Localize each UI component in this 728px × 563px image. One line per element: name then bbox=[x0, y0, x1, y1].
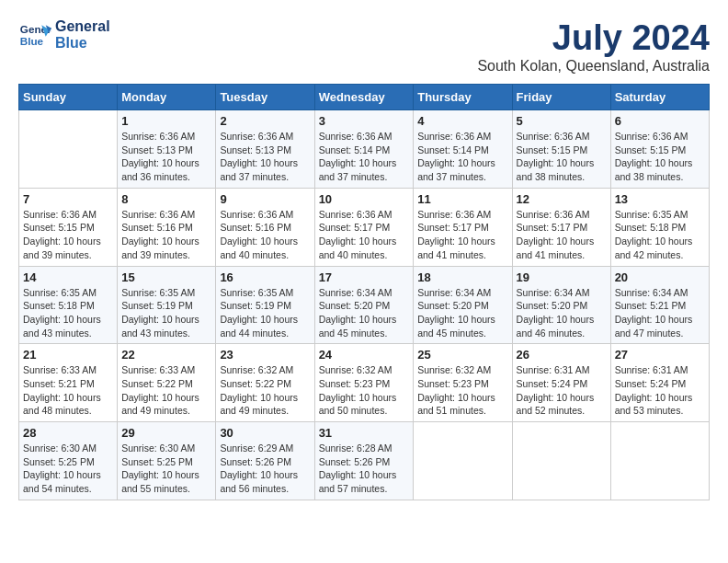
daylight: Daylight: 10 hours and 37 minutes. bbox=[220, 157, 298, 182]
calendar-cell: 22 Sunrise: 6:33 AM Sunset: 5:22 PM Dayl… bbox=[118, 344, 216, 422]
day-info: Sunrise: 6:34 AM Sunset: 5:20 PM Dayligh… bbox=[319, 286, 410, 340]
day-number: 29 bbox=[121, 426, 211, 440]
sunset: Sunset: 5:23 PM bbox=[417, 378, 489, 389]
calendar-cell: 6 Sunrise: 6:36 AM Sunset: 5:15 PM Dayli… bbox=[610, 110, 709, 189]
calendar-cell: 26 Sunrise: 6:31 AM Sunset: 5:24 PM Dayl… bbox=[512, 344, 610, 422]
daylight: Daylight: 10 hours and 53 minutes. bbox=[615, 392, 693, 417]
calendar-cell bbox=[19, 110, 118, 189]
weekday-header-tuesday: Tuesday bbox=[216, 85, 314, 110]
day-number: 19 bbox=[517, 270, 607, 284]
day-info: Sunrise: 6:35 AM Sunset: 5:19 PM Dayligh… bbox=[121, 286, 211, 340]
day-number: 26 bbox=[517, 348, 607, 362]
day-info: Sunrise: 6:36 AM Sunset: 5:13 PM Dayligh… bbox=[220, 130, 310, 184]
calendar-table: SundayMondayTuesdayWednesdayThursdayFrid… bbox=[18, 84, 710, 500]
sunset: Sunset: 5:21 PM bbox=[23, 378, 95, 389]
sunset: Sunset: 5:26 PM bbox=[220, 456, 291, 467]
day-number: 28 bbox=[23, 426, 113, 440]
daylight: Daylight: 10 hours and 37 minutes. bbox=[417, 157, 495, 182]
sunset: Sunset: 5:22 PM bbox=[220, 378, 291, 389]
sunset: Sunset: 5:25 PM bbox=[121, 456, 193, 467]
daylight: Daylight: 10 hours and 48 minutes. bbox=[23, 392, 101, 417]
day-number: 12 bbox=[517, 192, 607, 206]
sunrise: Sunrise: 6:35 AM bbox=[121, 287, 195, 298]
daylight: Daylight: 10 hours and 40 minutes. bbox=[220, 236, 298, 260]
weekday-header-wednesday: Wednesday bbox=[314, 85, 414, 110]
calendar-cell: 20 Sunrise: 6:34 AM Sunset: 5:21 PM Dayl… bbox=[610, 266, 709, 344]
weekday-header-saturday: Saturday bbox=[610, 85, 709, 110]
logo-general: General bbox=[55, 18, 110, 35]
sunset: Sunset: 5:16 PM bbox=[220, 222, 291, 233]
logo-blue: Blue bbox=[55, 35, 110, 52]
daylight: Daylight: 10 hours and 46 minutes. bbox=[517, 314, 595, 339]
daylight: Daylight: 10 hours and 41 minutes. bbox=[417, 236, 495, 260]
day-number: 14 bbox=[23, 270, 113, 284]
day-info: Sunrise: 6:36 AM Sunset: 5:16 PM Dayligh… bbox=[121, 208, 211, 262]
day-number: 8 bbox=[121, 192, 211, 206]
weekday-header-sunday: Sunday bbox=[19, 85, 118, 110]
calendar-cell: 29 Sunrise: 6:30 AM Sunset: 5:25 PM Dayl… bbox=[118, 422, 216, 500]
sunrise: Sunrise: 6:32 AM bbox=[417, 364, 491, 375]
sunrise: Sunrise: 6:36 AM bbox=[417, 131, 491, 142]
calendar-cell bbox=[610, 422, 709, 500]
daylight: Daylight: 10 hours and 51 minutes. bbox=[417, 392, 495, 417]
sunrise: Sunrise: 6:30 AM bbox=[121, 442, 195, 454]
daylight: Daylight: 10 hours and 37 minutes. bbox=[319, 157, 397, 182]
logo-icon: General Blue bbox=[18, 18, 51, 52]
calendar-cell: 25 Sunrise: 6:32 AM Sunset: 5:23 PM Dayl… bbox=[414, 344, 512, 422]
sunset: Sunset: 5:14 PM bbox=[319, 144, 391, 155]
calendar-cell: 1 Sunrise: 6:36 AM Sunset: 5:13 PM Dayli… bbox=[118, 110, 216, 189]
daylight: Daylight: 10 hours and 39 minutes. bbox=[23, 236, 101, 260]
day-info: Sunrise: 6:34 AM Sunset: 5:20 PM Dayligh… bbox=[517, 286, 607, 340]
day-info: Sunrise: 6:31 AM Sunset: 5:24 PM Dayligh… bbox=[615, 363, 705, 418]
day-number: 17 bbox=[319, 270, 410, 284]
sunset: Sunset: 5:15 PM bbox=[615, 144, 687, 155]
daylight: Daylight: 10 hours and 36 minutes. bbox=[121, 157, 199, 182]
daylight: Daylight: 10 hours and 45 minutes. bbox=[417, 314, 495, 339]
day-info: Sunrise: 6:36 AM Sunset: 5:15 PM Dayligh… bbox=[517, 130, 607, 184]
sunset: Sunset: 5:25 PM bbox=[23, 456, 95, 467]
calendar-cell: 5 Sunrise: 6:36 AM Sunset: 5:15 PM Dayli… bbox=[512, 110, 610, 189]
day-number: 16 bbox=[220, 270, 310, 284]
calendar-cell: 14 Sunrise: 6:35 AM Sunset: 5:18 PM Dayl… bbox=[19, 266, 118, 344]
daylight: Daylight: 10 hours and 43 minutes. bbox=[121, 314, 199, 339]
sunrise: Sunrise: 6:30 AM bbox=[23, 442, 97, 454]
daylight: Daylight: 10 hours and 49 minutes. bbox=[121, 392, 199, 417]
calendar-cell: 12 Sunrise: 6:36 AM Sunset: 5:17 PM Dayl… bbox=[512, 188, 610, 266]
day-info: Sunrise: 6:30 AM Sunset: 5:25 PM Dayligh… bbox=[23, 442, 113, 496]
sunrise: Sunrise: 6:36 AM bbox=[23, 209, 97, 220]
sunrise: Sunrise: 6:36 AM bbox=[121, 209, 195, 220]
logo: General Blue General Blue bbox=[18, 18, 110, 52]
calendar-cell: 27 Sunrise: 6:31 AM Sunset: 5:24 PM Dayl… bbox=[610, 344, 709, 422]
day-number: 13 bbox=[615, 192, 705, 206]
title-block: July 2024 South Kolan, Queensland, Austr… bbox=[477, 18, 710, 75]
day-info: Sunrise: 6:28 AM Sunset: 5:26 PM Dayligh… bbox=[319, 442, 410, 496]
sunset: Sunset: 5:17 PM bbox=[319, 222, 391, 233]
daylight: Daylight: 10 hours and 45 minutes. bbox=[319, 314, 397, 339]
day-info: Sunrise: 6:36 AM Sunset: 5:13 PM Dayligh… bbox=[121, 130, 211, 184]
day-info: Sunrise: 6:36 AM Sunset: 5:14 PM Dayligh… bbox=[417, 130, 507, 184]
sunrise: Sunrise: 6:36 AM bbox=[417, 209, 491, 220]
sunrise: Sunrise: 6:32 AM bbox=[319, 364, 392, 375]
sunset: Sunset: 5:15 PM bbox=[23, 222, 95, 233]
daylight: Daylight: 10 hours and 55 minutes. bbox=[121, 469, 199, 494]
day-info: Sunrise: 6:36 AM Sunset: 5:15 PM Dayligh… bbox=[615, 130, 705, 184]
sunset: Sunset: 5:18 PM bbox=[23, 300, 95, 311]
sunrise: Sunrise: 6:29 AM bbox=[220, 442, 293, 454]
day-number: 31 bbox=[319, 426, 410, 440]
sunset: Sunset: 5:19 PM bbox=[220, 300, 291, 311]
calendar-cell: 2 Sunrise: 6:36 AM Sunset: 5:13 PM Dayli… bbox=[216, 110, 314, 189]
sunset: Sunset: 5:24 PM bbox=[517, 378, 588, 389]
daylight: Daylight: 10 hours and 56 minutes. bbox=[220, 469, 298, 494]
day-number: 4 bbox=[417, 114, 507, 128]
calendar-cell: 28 Sunrise: 6:30 AM Sunset: 5:25 PM Dayl… bbox=[19, 422, 118, 500]
calendar-cell: 8 Sunrise: 6:36 AM Sunset: 5:16 PM Dayli… bbox=[118, 188, 216, 266]
daylight: Daylight: 10 hours and 57 minutes. bbox=[319, 469, 397, 494]
sunrise: Sunrise: 6:35 AM bbox=[23, 287, 97, 298]
sunrise: Sunrise: 6:36 AM bbox=[220, 131, 293, 142]
day-info: Sunrise: 6:32 AM Sunset: 5:23 PM Dayligh… bbox=[319, 363, 410, 418]
daylight: Daylight: 10 hours and 43 minutes. bbox=[23, 314, 101, 339]
location-title: South Kolan, Queensland, Australia bbox=[477, 58, 710, 75]
calendar-cell: 4 Sunrise: 6:36 AM Sunset: 5:14 PM Dayli… bbox=[414, 110, 512, 189]
sunrise: Sunrise: 6:28 AM bbox=[319, 442, 392, 454]
sunrise: Sunrise: 6:34 AM bbox=[319, 287, 392, 298]
